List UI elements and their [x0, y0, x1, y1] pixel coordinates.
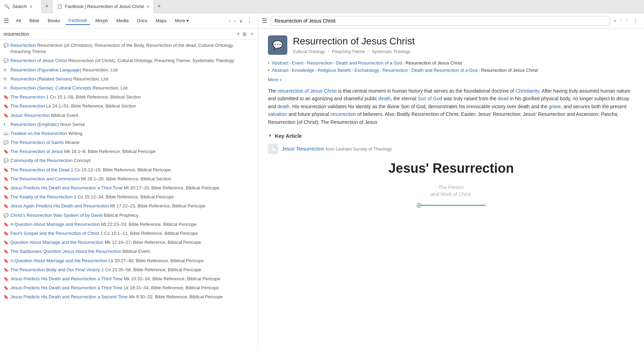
breadcrumb-link-death-resurrection-god-1[interactable]: Death and Resurrection of a God [336, 60, 402, 66]
factbook-search-clear[interactable]: × [613, 18, 616, 24]
link-dead-1[interactable]: dead [498, 96, 508, 101]
key-article-section-header[interactable]: ▼ Key Article [268, 133, 634, 139]
list-item[interactable]: 📖 Treatise on the Resurrection Writing [0, 129, 258, 138]
link-death-2[interactable]: death [277, 104, 289, 109]
breadcrumb-link-religious-beliefs[interactable]: Religious Beliefs [318, 68, 351, 73]
add-search-button[interactable]: + [237, 31, 240, 37]
list-item[interactable]: 🔖 Jesus Predicts His Death and Resurrect… [0, 183, 258, 193]
tab-search[interactable]: 🔍 Search × [0, 0, 42, 13]
breadcrumb-link-resurrection-1[interactable]: Resurrection [307, 60, 333, 66]
tab-factbook-label: Factbook | Resurrection of Jesus Christ [65, 4, 144, 9]
left-nav-kebab[interactable]: ⋮ [245, 17, 254, 25]
book-icon: 📖 [3, 131, 8, 136]
more-link[interactable]: More » [268, 77, 282, 82]
breadcrumb-link-abstract-2[interactable]: Abstract [272, 68, 289, 73]
section-toggle-icon: ▼ [268, 133, 272, 138]
list-item[interactable]: 🔖 The Resurrection 1 Co 15:1–58, Bible R… [0, 93, 258, 102]
article-tags: Cultural Ontology • Preaching Theme • Sy… [293, 49, 634, 54]
tab-search-label: Search [12, 4, 27, 9]
list-item[interactable]: ● Resurrection (Emphatic) Noun Sense [0, 120, 258, 129]
bookmark-icon: 🔖 [3, 149, 8, 154]
list-item[interactable]: 🔖 The Sadducees Question Jesus About the… [0, 247, 258, 256]
list-item[interactable]: 💬 Christ's Resurrection Was Spoken of by… [0, 211, 258, 220]
article-body-text: The resurrection of Jesus Christ is that… [268, 87, 634, 126]
list-item[interactable]: 🔖 The Resurrection of Jesus Mk 16:1–8, B… [0, 147, 258, 156]
list-item[interactable]: 💬 The Resurrection of Saints Miracle [0, 138, 258, 147]
tab-search-close[interactable]: × [29, 4, 32, 9]
breadcrumb-link-death-resurrection-god-2[interactable]: Death and Resurrection of a God [411, 68, 478, 73]
nav-all[interactable]: All [12, 17, 24, 25]
right-nav-arrow-right[interactable]: › [624, 17, 630, 25]
list-item[interactable]: 🔖 The Resurrection of the Dead 1 Co 15:1… [0, 165, 258, 174]
list-item[interactable]: ⊞ Resurrection (Sense): Cultural Concept… [0, 84, 258, 93]
right-hamburger[interactable]: ☰ [262, 17, 267, 25]
breadcrumb-link-abstract-1[interactable]: Abstract [272, 60, 289, 66]
list-item[interactable]: ⊞ Resurrection (Figurative Language) Res… [0, 66, 258, 75]
key-article-title[interactable]: Jesus' Resurrection [282, 146, 324, 152]
nav-morph[interactable]: Morph [92, 17, 112, 25]
list-item[interactable]: 🔖 Jesus' Resurrection Biblical Event [0, 111, 258, 120]
bookmark-icon: 🔖 [3, 258, 8, 263]
nav-bible[interactable]: Bible [26, 17, 43, 25]
list-item[interactable]: 💬 Community of the Resurrection Concept [0, 156, 258, 165]
list-item[interactable]: 🔖 Jesus Predicts His Death and Resurrect… [0, 292, 258, 301]
key-article-label: Key Article [275, 133, 302, 139]
key-article-thumbnail: 📄 [268, 144, 278, 154]
link-death-1[interactable]: death [378, 96, 391, 101]
breadcrumb-list: Abstract › Event › Resurrection › Death … [268, 60, 634, 73]
nav-arrow-right[interactable]: › [233, 17, 237, 24]
right-nav-arrow-left[interactable]: ‹ [618, 17, 624, 25]
list-item[interactable]: ⊞ Resurrection (Related Senses) Resurrec… [0, 75, 258, 84]
nav-arrow-left[interactable]: ‹ [228, 17, 232, 24]
breadcrumb-link-event[interactable]: Event [292, 60, 303, 66]
nav-factbook[interactable]: Factbook [65, 16, 90, 25]
list-item[interactable]: 🔖 A Question About Marriage and the Resu… [0, 256, 258, 265]
link-salvation[interactable]: salvation [268, 111, 287, 117]
list-item[interactable]: 🔖 Jesus Predicts His Death and Resurrect… [0, 274, 258, 283]
list-item[interactable]: 🔖 The Resurrection Body and Our Final Vi… [0, 265, 258, 274]
tab-factbook[interactable]: 📋 Factbook | Resurrection of Jesus Chris… [53, 0, 154, 13]
factbook-search-input[interactable] [271, 16, 610, 26]
speech-icon: 💬 [3, 213, 8, 218]
nav-arrow-down[interactable]: ∨ [238, 17, 244, 24]
tab-factbook-close[interactable]: × [147, 4, 149, 9]
list-item[interactable]: 💬 Resurrection of Jesus Christ Resurrect… [0, 56, 258, 65]
nav-books[interactable]: Books [44, 17, 63, 25]
link-son-of-god[interactable]: Son of God [418, 96, 442, 101]
right-nav-kebab[interactable]: ⋮ [631, 17, 641, 25]
link-grave[interactable]: grave [549, 104, 561, 109]
bookmark-icon: 🔖 [3, 186, 8, 190]
bookmark-icon: 🔖 [3, 168, 8, 172]
list-item[interactable]: 💬 Resurrection Resurrection (of Christia… [0, 41, 258, 56]
list-item[interactable]: 🔖 The Reality of the Resurrection 1 Co 1… [0, 193, 258, 202]
list-item[interactable]: 🔖 The Resurrection Lk 24:1–53, Bible Ref… [0, 102, 258, 111]
tag-cultural-ontology: Cultural Ontology [293, 49, 325, 54]
bookmark-icon: 🔖 [3, 204, 8, 208]
bookmark-icon: 🔖 [3, 222, 8, 227]
article-icon-box: 💬 [268, 35, 287, 55]
key-article-text: Jesus' Resurrection from Lexham Survey o… [282, 146, 634, 152]
star-button[interactable]: ★ [250, 31, 254, 37]
link-resurrection[interactable]: resurrection [331, 111, 356, 117]
nav-media[interactable]: Media [113, 17, 132, 25]
nav-maps[interactable]: Maps [152, 17, 170, 25]
nav-more[interactable]: More ▾ [172, 17, 192, 25]
list-item[interactable]: 🔖 Question About Marriage and the Resurr… [0, 238, 258, 247]
list-item[interactable]: 🔖 Jesus Predicts His Death and Resurrect… [0, 283, 258, 292]
link-resurrection-jesus-christ[interactable]: resurrection of Jesus Christ [278, 88, 337, 94]
list-item[interactable]: 🔖 The Resurrection and Commission Mt 28:… [0, 174, 258, 183]
search-input[interactable] [3, 31, 235, 37]
link-christianity[interactable]: Christianity [515, 88, 539, 94]
grid-view-button[interactable]: ⊞ [243, 31, 247, 37]
tab-add-left[interactable]: + [42, 3, 52, 10]
breadcrumb-link-resurrection-2[interactable]: Resurrection [383, 68, 408, 73]
list-item[interactable]: 🔖 Paul's Gospel and the Resurrection of … [0, 229, 258, 238]
breadcrumb-link-knowledge[interactable]: Knowledge [292, 68, 314, 73]
list-item[interactable]: 🔖 A Question About Marriage and Resurrec… [0, 220, 258, 229]
breadcrumb-link-eschatology[interactable]: Eschatology [355, 68, 379, 73]
nav-docs[interactable]: Docs [133, 17, 151, 25]
tab-add-right[interactable]: + [154, 3, 165, 10]
left-hamburger[interactable]: ☰ [3, 17, 9, 25]
list-item[interactable]: 🔖 Jesus Again Predicts His Death and Res… [0, 202, 258, 211]
speech-icon: 💬 [3, 58, 8, 63]
